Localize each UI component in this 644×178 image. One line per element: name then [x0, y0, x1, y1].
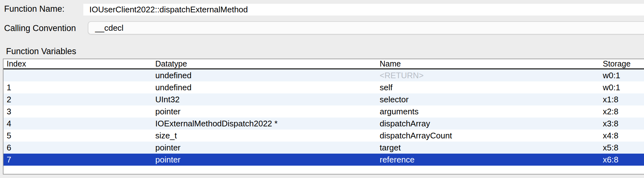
table-row[interactable]: 3pointerargumentsx2:8: [3, 105, 644, 118]
cell-index: 3: [3, 107, 152, 117]
function-variables-title: Function Variables: [6, 47, 76, 56]
table-header: IndexDatatypeNameStorage: [3, 59, 644, 69]
cell-datatype: IOExternalMethodDispatch2022 *: [152, 119, 377, 129]
cell-index: 4: [3, 119, 152, 129]
table-row[interactable]: undefined<RETURN>w0:1: [3, 69, 644, 81]
column-header-datatype[interactable]: Datatype: [152, 59, 377, 68]
cell-name: arguments: [377, 107, 600, 117]
cell-name: dispatchArray: [377, 119, 600, 129]
table-row[interactable]: 1undefinedselfw0:1: [3, 81, 644, 93]
cell-name: self: [377, 83, 600, 92]
cell-datatype: pointer: [152, 155, 377, 165]
cell-storage: x5:8: [600, 143, 644, 153]
table-row[interactable]: 5size_tdispatchArrayCountx4:8: [3, 130, 644, 142]
cell-name: target: [377, 143, 600, 153]
cell-index: 7: [3, 155, 152, 165]
cell-datatype: UInt32: [152, 95, 377, 105]
cell-name: selector: [377, 95, 600, 105]
cell-index: 5: [3, 131, 152, 141]
calling-convention-combobox[interactable]: __cdecl: [88, 21, 644, 35]
cell-storage: x4:8: [600, 131, 644, 141]
calling-convention-value: __cdecl: [95, 23, 124, 33]
cell-datatype: size_t: [152, 131, 377, 141]
column-header-index[interactable]: Index: [3, 59, 152, 68]
cell-storage: w0:1: [600, 83, 644, 92]
table-row[interactable]: 2UInt32selectorx1:8: [3, 93, 644, 105]
cell-storage: w0:1: [600, 71, 644, 80]
cell-index: 1: [3, 83, 152, 92]
cell-index: 2: [3, 95, 152, 105]
function-name-label: Function Name:: [4, 4, 65, 14]
table-row[interactable]: 4IOExternalMethodDispatch2022 *dispatchA…: [3, 118, 644, 130]
table-row[interactable]: 6pointertargetx5:8: [3, 142, 644, 154]
cell-datatype: undefined: [152, 71, 377, 80]
function-name-input[interactable]: [83, 4, 644, 16]
cell-name: reference: [377, 155, 600, 165]
cell-storage: x1:8: [600, 95, 644, 105]
cell-datatype: undefined: [152, 83, 377, 92]
table-row[interactable]: 7pointerreferencex6:8: [3, 154, 644, 166]
table-body: undefined<RETURN>w0:11undefinedselfw0:12…: [3, 69, 644, 166]
cell-storage: x6:8: [600, 155, 644, 165]
cell-datatype: pointer: [152, 107, 377, 117]
cell-storage: x3:8: [600, 119, 644, 129]
cell-name: dispatchArrayCount: [377, 131, 600, 141]
calling-convention-label: Calling Convention: [4, 23, 76, 33]
column-header-name[interactable]: Name: [377, 59, 600, 68]
column-header-storage[interactable]: Storage: [600, 59, 644, 68]
cell-datatype: pointer: [152, 143, 377, 153]
function-variables-table: IndexDatatypeNameStorage undefined<RETUR…: [3, 59, 644, 175]
cell-name: <RETURN>: [377, 71, 600, 80]
cell-index: 6: [3, 143, 152, 153]
cell-storage: x2:8: [600, 107, 644, 117]
